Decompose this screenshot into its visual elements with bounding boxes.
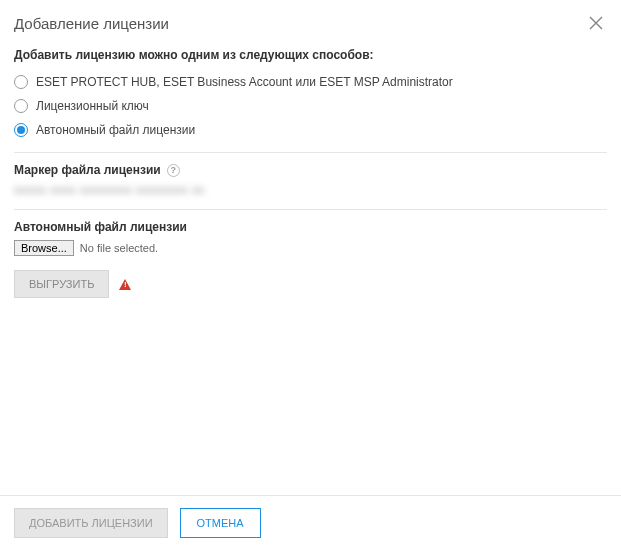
cancel-button[interactable]: ОТМЕНА [180, 508, 261, 538]
dialog-footer: ДОБАВИТЬ ЛИЦЕНЗИИ ОТМЕНА [0, 495, 621, 550]
add-license-dialog: Добавление лицензии Добавить лицензию мо… [0, 0, 621, 550]
warning-icon [119, 279, 131, 290]
intro-text: Добавить лицензию можно одним из следующ… [14, 48, 607, 62]
dialog-content: Добавить лицензию можно одним из следующ… [0, 42, 621, 495]
license-method-radio-group: ESET PROTECT HUB, ESET Business Account … [14, 70, 607, 142]
radio-option-license-key[interactable]: Лицензионный ключ [14, 94, 607, 118]
file-chooser-row: Browse... No file selected. [14, 240, 607, 256]
radio-option-offline-file[interactable]: Автономный файл лицензии [14, 118, 607, 142]
radio-label: ESET PROTECT HUB, ESET Business Account … [36, 75, 453, 89]
add-licenses-button[interactable]: ДОБАВИТЬ ЛИЦЕНЗИИ [14, 508, 168, 538]
radio-icon [14, 123, 28, 137]
help-icon[interactable]: ? [167, 164, 180, 177]
radio-icon [14, 75, 28, 89]
upload-row: ВЫГРУЗИТЬ [14, 270, 607, 298]
close-icon[interactable] [587, 14, 605, 32]
dialog-header: Добавление лицензии [0, 0, 621, 42]
radio-label: Лицензионный ключ [36, 99, 149, 113]
browse-button[interactable]: Browse... [14, 240, 74, 256]
marker-label: Маркер файла лицензии [14, 163, 161, 177]
upload-button[interactable]: ВЫГРУЗИТЬ [14, 270, 109, 298]
divider [14, 209, 607, 210]
offline-file-label: Автономный файл лицензии [14, 220, 607, 234]
file-status-text: No file selected. [80, 242, 158, 254]
radio-label: Автономный файл лицензии [36, 123, 195, 137]
dialog-title: Добавление лицензии [14, 15, 169, 32]
divider [14, 152, 607, 153]
radio-option-hub-account[interactable]: ESET PROTECT HUB, ESET Business Account … [14, 70, 607, 94]
marker-value: xxxxx xxxx xxxxxxxx xxxxxxxx xx [14, 183, 607, 197]
radio-icon [14, 99, 28, 113]
marker-label-row: Маркер файла лицензии ? [14, 163, 607, 177]
